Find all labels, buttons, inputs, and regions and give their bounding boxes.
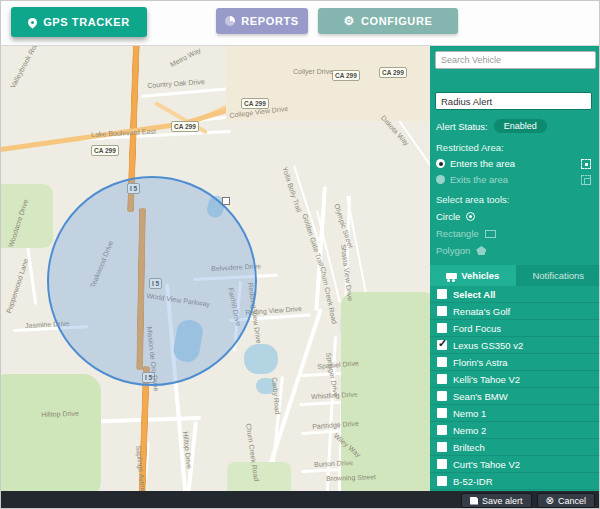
street-label: Pepperwood Lane xyxy=(5,258,29,314)
street-label: Country Oak Drive xyxy=(147,78,205,89)
circle-x-icon: ⊗ xyxy=(546,496,554,506)
vehicle-row[interactable]: Ford Focus xyxy=(430,320,600,337)
vehicle-row[interactable]: Renata's Golf xyxy=(430,303,600,320)
vehicle-row[interactable]: Briltech xyxy=(430,439,600,456)
truck-icon xyxy=(446,273,457,279)
cancel-label: Cancel xyxy=(558,496,586,506)
alert-name-input[interactable] xyxy=(435,92,592,110)
vehicle-row[interactable]: B-52-IDR xyxy=(430,473,600,490)
tab-vehicles-label: Vehicles xyxy=(461,270,499,281)
top-nav: GPS TRACKER REPORTS ⚙ CONFIGURE xyxy=(1,1,600,46)
nav-reports-label: REPORTS xyxy=(241,15,298,27)
vehicle-row[interactable]: Select All xyxy=(430,286,600,303)
map-area-patch xyxy=(1,374,101,491)
vehicle-checkbox[interactable] xyxy=(437,459,447,469)
vehicle-label: Nemo 2 xyxy=(453,425,486,436)
vehicle-checkbox[interactable] xyxy=(437,323,447,333)
tab-notifications-label: Notifications xyxy=(532,270,584,281)
tab-vehicles[interactable]: Vehicles xyxy=(430,265,516,286)
vehicle-label: Florin's Astra xyxy=(453,357,508,368)
vehicle-checkbox[interactable] xyxy=(437,425,447,435)
exits-area-option-label: Exits the area xyxy=(450,174,508,185)
vehicle-label: Sean's BMW xyxy=(453,391,508,402)
nav-reports-button[interactable]: REPORTS xyxy=(216,8,308,34)
vehicle-checkbox[interactable] xyxy=(437,408,447,418)
vehicle-row[interactable]: Nemo 1 xyxy=(430,405,600,422)
vehicle-label: Select All xyxy=(453,289,495,300)
street-label: Yolla Bolly Trail xyxy=(281,166,302,213)
street-label: Valleybrook Road xyxy=(9,46,41,89)
search-input[interactable] xyxy=(435,51,596,69)
sidebar-tabs: Vehicles Notifications xyxy=(430,265,600,286)
enters-area-option[interactable]: Enters the area xyxy=(436,158,595,169)
tool-polygon-label: Polygon xyxy=(436,245,470,256)
cancel-button[interactable]: ⊗ Cancel xyxy=(537,493,595,508)
vehicle-list: Select All Renata's Golf Ford Focus Lexu… xyxy=(430,286,600,490)
vehicle-row[interactable]: Florin's Astra xyxy=(430,354,600,371)
map-canvas[interactable]: CA 299CA 299CA 299CA 299CA 299I 5I 5I 5V… xyxy=(1,46,430,491)
alert-status-label: Alert Status: xyxy=(436,121,488,132)
footer-bar: Save alert ⊗ Cancel xyxy=(1,491,600,509)
vehicle-checkbox[interactable] xyxy=(437,476,447,486)
vehicle-label: Renata's Golf xyxy=(453,306,510,317)
exits-area-radio[interactable] xyxy=(436,175,445,184)
save-alert-label: Save alert xyxy=(482,496,523,506)
highway-shield: CA 299 xyxy=(91,145,119,156)
tool-circle[interactable]: Circle xyxy=(436,211,595,222)
vehicle-label: Briltech xyxy=(453,442,485,453)
vehicle-label: Curt's Tahoe V2 xyxy=(453,459,520,470)
street-label: Churn Creek Road xyxy=(319,266,338,325)
street-label: Collyer Drive xyxy=(293,68,333,75)
vehicle-row[interactable]: Kelli's Tahoe V2 xyxy=(430,371,600,388)
vehicle-checkbox[interactable] xyxy=(437,340,447,350)
street-label: Hilltop Drive xyxy=(41,410,79,418)
tool-circle-label: Circle xyxy=(436,211,460,222)
wrench-icon: ⚙ xyxy=(344,15,355,27)
tab-notifications[interactable]: Notifications xyxy=(516,265,600,286)
rectangle-tool-icon xyxy=(485,230,496,238)
vehicle-checkbox[interactable] xyxy=(437,374,447,384)
vehicle-label: Kelli's Tahoe V2 xyxy=(453,374,520,385)
vehicle-row[interactable]: Nemo 2 xyxy=(430,422,600,439)
vehicle-label: Nemo 1 xyxy=(453,408,486,419)
highway-shield: CA 299 xyxy=(332,70,360,81)
nav-gps-tracker-label: GPS TRACKER xyxy=(43,16,130,28)
enters-area-option-label: Enters the area xyxy=(450,158,515,169)
enter-area-icon xyxy=(581,159,591,169)
highway-shield: CA 299 xyxy=(379,67,407,78)
vehicle-row[interactable]: Curt's Tahoe V2 xyxy=(430,456,600,473)
geofence-resize-handle[interactable] xyxy=(222,197,230,205)
vehicle-label: Ford Focus xyxy=(453,323,501,334)
vehicle-label: B-52-IDR xyxy=(453,476,493,487)
map-area-patch xyxy=(244,344,278,374)
pie-chart-icon xyxy=(225,16,235,26)
exit-area-icon xyxy=(581,175,591,185)
vehicle-row[interactable]: Lexus GS350 v2 xyxy=(430,337,600,354)
enters-area-radio[interactable] xyxy=(436,159,445,168)
tool-rectangle[interactable]: Rectangle xyxy=(436,228,595,239)
vehicle-checkbox[interactable] xyxy=(437,357,447,367)
vehicle-checkbox[interactable] xyxy=(437,306,447,316)
restricted-area-label: Restricted Area: xyxy=(436,142,595,153)
vehicle-checkbox[interactable] xyxy=(437,289,447,299)
alert-sidebar: Alert Status: Enabled Restricted Area: E… xyxy=(430,46,600,491)
save-alert-button[interactable]: Save alert xyxy=(461,493,532,508)
area-tools-label: Select area tools: xyxy=(436,194,595,205)
vehicle-checkbox[interactable] xyxy=(437,442,447,452)
vehicle-checkbox[interactable] xyxy=(437,391,447,401)
geofence-circle[interactable] xyxy=(47,176,257,386)
polygon-tool-icon xyxy=(476,246,486,255)
highway-shield: CA 299 xyxy=(171,121,199,132)
gps-tracker-app: GPS TRACKER REPORTS ⚙ CONFIGURE CA 299CA… xyxy=(0,0,600,509)
street-label: Metro Way xyxy=(169,46,202,68)
vehicle-label: Lexus GS350 v2 xyxy=(453,340,523,351)
nav-gps-tracker-button[interactable]: GPS TRACKER xyxy=(11,7,147,37)
circle-tool-icon xyxy=(466,212,475,221)
tool-polygon[interactable]: Polygon xyxy=(436,245,595,256)
nav-configure-label: CONFIGURE xyxy=(361,15,432,27)
tool-rectangle-label: Rectangle xyxy=(436,228,479,239)
exits-area-option[interactable]: Exits the area xyxy=(436,174,595,185)
vehicle-row[interactable]: Sean's BMW xyxy=(430,388,600,405)
alert-status-toggle[interactable]: Enabled xyxy=(494,119,547,133)
nav-configure-button[interactable]: ⚙ CONFIGURE xyxy=(318,8,458,34)
